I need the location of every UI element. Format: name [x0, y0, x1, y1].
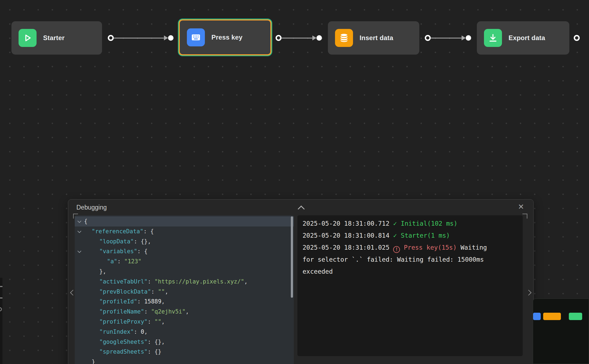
output-port[interactable] [425, 35, 431, 41]
input-port[interactable] [168, 35, 174, 41]
minimap-node [569, 313, 582, 320]
log-block-label: Starter(1 ms) [401, 232, 450, 239]
output-port[interactable] [108, 35, 114, 41]
log-block-label: Press key(15s) [404, 244, 457, 251]
json-token: "prevBlockData" [99, 288, 151, 295]
download-icon [484, 29, 502, 47]
json-token: {}, [154, 339, 165, 345]
close-icon[interactable]: ✕ [518, 203, 524, 211]
collapse-arrow-icon[interactable] [77, 249, 81, 253]
json-token: "referenceData" [92, 228, 143, 235]
json-tree-row: "profileId": 15889, [75, 297, 294, 307]
collapse-arrow-icon[interactable] [77, 219, 81, 223]
json-token: : [148, 348, 154, 355]
json-tree-row[interactable]: "variables": { [75, 246, 294, 256]
left-panel-edge [0, 278, 2, 364]
json-token: : [148, 318, 154, 325]
debugging-panel: Debugging ✕ {"referenceData": {"loopData… [68, 199, 534, 364]
partial-icon [0, 286, 2, 287]
json-token: : [144, 308, 151, 315]
json-tree-row: } [75, 357, 294, 364]
connection-arrow-icon [462, 35, 466, 40]
json-token: }, [99, 268, 106, 275]
input-port[interactable] [316, 35, 322, 41]
json-token: "loopData" [99, 238, 134, 245]
play-icon [19, 29, 37, 47]
chevron-right-icon[interactable] [526, 290, 531, 296]
json-tree-row: "activeTabUrl": "https://play.pixels.xyz… [75, 277, 294, 287]
json-tree-row: "loopData": {}, [75, 237, 294, 247]
collapse-panel-icon[interactable] [298, 205, 304, 212]
node-label: Insert data [360, 34, 393, 42]
json-token: : {}, [134, 238, 151, 245]
json-token: : [148, 339, 154, 345]
check-icon: ✓ [393, 232, 397, 239]
json-token: "profileProxy" [99, 318, 148, 325]
node-press-key[interactable]: Press key [179, 19, 271, 55]
panel-title: Debugging [76, 204, 107, 211]
json-token: : [137, 298, 144, 305]
json-token: { [84, 218, 88, 225]
node-export-data[interactable]: Export data [477, 21, 569, 55]
collapse-arrow-icon[interactable] [77, 229, 81, 233]
json-token: "variables" [99, 248, 137, 255]
json-token: , [165, 288, 168, 295]
json-token: , [186, 308, 189, 315]
json-token: "spreadSheets" [99, 348, 148, 355]
database-icon [335, 29, 353, 47]
scrollbar[interactable] [291, 216, 293, 298]
json-token: : [151, 288, 158, 295]
output-port[interactable] [276, 35, 282, 41]
json-token: "123" [124, 258, 141, 265]
json-token: "googleSheets" [99, 339, 148, 345]
node-label: Export data [509, 34, 545, 42]
json-token: "profileId" [99, 298, 137, 305]
check-icon: ✓ [393, 220, 397, 227]
json-tree-row: "a": "123" [75, 256, 294, 267]
minimap-node [543, 313, 561, 320]
minimap-node [533, 313, 541, 320]
input-port[interactable] [466, 35, 471, 41]
json-token: "runIndex" [99, 329, 134, 335]
error-icon: ! [393, 246, 400, 253]
json-token: } [92, 359, 95, 364]
corner-bracket-icon [522, 214, 527, 219]
json-token: : [148, 278, 154, 285]
json-token: {} [154, 348, 161, 355]
json-token: , [162, 298, 165, 305]
json-token: "q2ejhv5i" [151, 308, 186, 315]
log-timestamp: 2025-05-20 18:31:01.025 [303, 244, 393, 251]
connection-arrow-icon [164, 35, 168, 40]
connection-line [114, 38, 164, 38]
json-token: : [117, 258, 124, 265]
minimap[interactable] [533, 299, 589, 364]
json-tree-row: }, [75, 267, 294, 277]
json-token: : { [143, 228, 154, 235]
connection-line [282, 38, 312, 38]
json-token: , [244, 278, 248, 285]
json-token: 0 [141, 329, 144, 335]
log-viewer[interactable]: 2025-05-20 18:31:00.712 ✓ Initial(102 ms… [297, 215, 523, 356]
partial-icon [0, 307, 2, 311]
log-timestamp: 2025-05-20 18:31:00.814 [303, 232, 393, 239]
partial-icon [0, 297, 2, 299]
log-entry: 2025-05-20 18:31:00.814 ✓ Starter(1 ms) [303, 229, 498, 241]
workflow-canvas[interactable]: Starter Press key Insert data [0, 0, 589, 364]
json-token: , [162, 318, 165, 325]
keyboard-icon [187, 28, 205, 46]
json-token: "profileName" [99, 308, 144, 315]
node-label: Starter [43, 34, 65, 42]
json-tree-row[interactable]: { [75, 216, 294, 226]
connection-arrow-icon [312, 35, 316, 40]
json-token: "" [154, 318, 161, 325]
json-tree-row: "runIndex": 0, [75, 327, 294, 337]
json-token: 15889 [144, 298, 161, 305]
json-tree-row[interactable]: "referenceData": { [75, 226, 294, 237]
json-token: "activeTabUrl" [99, 278, 148, 285]
node-starter[interactable]: Starter [11, 21, 102, 55]
node-insert-data[interactable]: Insert data [328, 21, 419, 55]
json-viewer[interactable]: {"referenceData": {"loopData": {},"varia… [75, 215, 294, 364]
output-port[interactable] [574, 35, 580, 41]
log-entry: 2025-05-20 18:31:01.025 ! Press key(15s)… [303, 241, 498, 278]
json-token: "" [158, 288, 165, 295]
